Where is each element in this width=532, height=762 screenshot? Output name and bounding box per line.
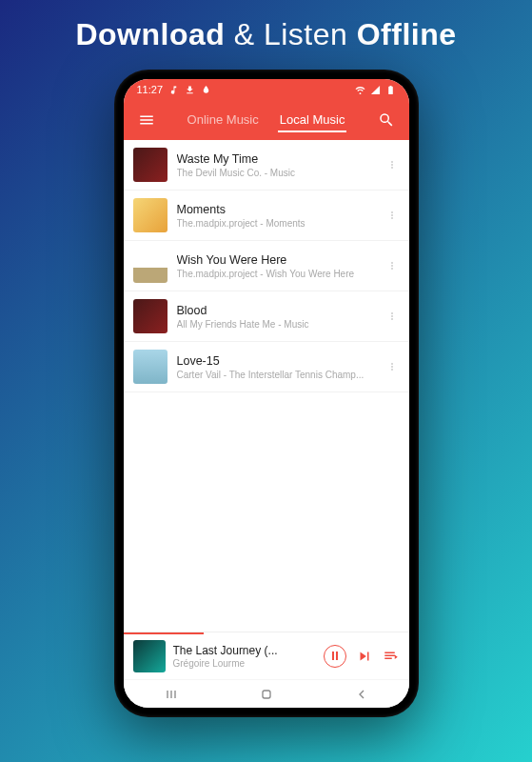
track-title: Blood: [177, 304, 375, 317]
more-button[interactable]: [384, 262, 400, 270]
download-icon: [185, 85, 195, 95]
more-button[interactable]: [384, 312, 400, 320]
wifi-icon: [355, 85, 365, 95]
back-button[interactable]: [354, 687, 369, 702]
status-bar: 11:27: [124, 79, 409, 100]
queue-button[interactable]: [383, 648, 400, 665]
album-art: [133, 249, 167, 283]
list-item[interactable]: Moments The.madpix.project - Moments: [124, 190, 409, 241]
pause-icon: [332, 652, 334, 660]
drop-icon: [201, 85, 211, 95]
pause-button[interactable]: [324, 645, 346, 668]
tab-online-music[interactable]: Online Music: [186, 109, 261, 132]
phone-mockup-container: 11:27: [0, 62, 532, 762]
app-bar: Online Music Local Music: [124, 100, 409, 140]
home-icon: [259, 687, 274, 702]
battery-icon: [385, 85, 396, 95]
now-playing-bar[interactable]: The Last Journey (... Grégoire Lourme: [124, 632, 409, 679]
now-playing-title: The Last Journey (...: [173, 644, 316, 657]
track-subtitle: All My Friends Hate Me - Music: [177, 319, 375, 330]
list-item[interactable]: Blood All My Friends Hate Me - Music: [124, 291, 409, 342]
more-button[interactable]: [384, 161, 400, 169]
search-button[interactable]: [371, 111, 402, 129]
hamburger-icon: [138, 111, 155, 129]
list-item[interactable]: Wish You Were Here The.madpix.project - …: [124, 241, 409, 291]
list-item[interactable]: Love-15 Carter Vail - The Interstellar T…: [124, 342, 409, 392]
now-playing-art: [133, 640, 166, 672]
now-playing-artist: Grégoire Lourme: [173, 658, 316, 669]
track-subtitle: Carter Vail - The Interstellar Tennis Ch…: [177, 370, 375, 380]
next-icon: [356, 648, 373, 665]
menu-button[interactable]: [131, 111, 162, 129]
track-subtitle: The.madpix.project - Moments: [177, 218, 375, 229]
tab-local-music[interactable]: Local Music: [278, 109, 347, 132]
track-title: Love-15: [177, 354, 375, 368]
track-subtitle: The.madpix.project - Wish You Were Here: [177, 269, 375, 279]
album-art: [133, 148, 167, 182]
status-time: 11:27: [137, 84, 164, 95]
hero-word-2: & Listen: [234, 17, 348, 51]
home-button[interactable]: [259, 687, 274, 702]
playlist-icon: [383, 648, 400, 665]
track-title: Waste My Time: [177, 152, 375, 166]
promo-headline: Download & Listen Offline: [0, 0, 532, 62]
list-item[interactable]: Waste My Time The Devil Music Co. - Musi…: [124, 140, 409, 190]
next-button[interactable]: [356, 648, 373, 665]
search-icon: [378, 111, 395, 129]
hero-word-3: Offline: [357, 17, 457, 51]
recents-button[interactable]: [164, 687, 179, 702]
track-title: Wish You Were Here: [177, 253, 375, 267]
progress-bar[interactable]: [124, 632, 204, 634]
tab-bar: Online Music Local Music: [162, 109, 371, 132]
album-art: [133, 299, 167, 333]
signal-icon: [370, 85, 381, 95]
phone-frame: 11:27: [114, 70, 419, 717]
track-title: Moments: [177, 203, 375, 216]
system-nav-bar: [124, 679, 409, 708]
hero-word-1: Download: [75, 17, 225, 51]
recents-icon: [164, 687, 179, 702]
more-button[interactable]: [384, 211, 400, 219]
track-list[interactable]: Waste My Time The Devil Music Co. - Musi…: [124, 140, 409, 632]
track-subtitle: The Devil Music Co. - Music: [177, 168, 375, 178]
album-art: [133, 350, 167, 384]
phone-screen: 11:27: [124, 79, 409, 708]
music-note-icon: [168, 85, 179, 95]
album-art: [133, 198, 167, 232]
more-button[interactable]: [384, 363, 400, 371]
svg-rect-0: [263, 691, 270, 698]
back-icon: [354, 687, 369, 702]
